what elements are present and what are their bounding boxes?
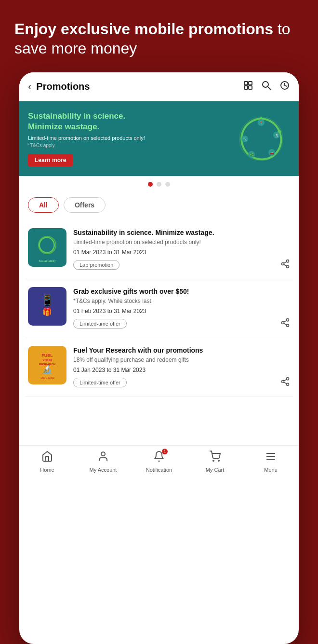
- carousel-dots: [19, 176, 299, 192]
- app-header: ‹ Promotions: [19, 72, 299, 101]
- promo-content-2: Grab exclusive gifts worth over $50! *T&…: [73, 287, 290, 330]
- account-icon: [97, 451, 109, 465]
- svg-rect-0: [244, 82, 248, 85]
- svg-line-26: [284, 264, 287, 266]
- promo-card-3[interactable]: FUEL YOUR RESEARCH 🔬 JAN - MAR Fuel Your…: [25, 338, 293, 397]
- nav-menu-label: Menu: [264, 467, 278, 473]
- promo-thumb-3: FUEL YOUR RESEARCH 🔬 JAN - MAR: [28, 346, 66, 384]
- filter-tab-all[interactable]: All: [28, 197, 59, 213]
- svg-text:🔧: 🔧: [243, 137, 247, 141]
- svg-point-43: [282, 380, 284, 383]
- share-button-2[interactable]: [280, 318, 290, 330]
- promo-desc-2: *T&Cs apply. While stocks last.: [73, 298, 290, 305]
- svg-text:♻️: ♻️: [250, 152, 254, 157]
- thumb-sustainability-icon: Sustainability: [30, 231, 64, 264]
- banner-subtitle: Limited-time promotion on selected produ…: [28, 135, 237, 141]
- svg-text:🔬: 🔬: [42, 364, 53, 375]
- nav-home[interactable]: Home: [19, 451, 75, 473]
- promo-footer-1: Lab promotion: [73, 259, 290, 271]
- expand-icon[interactable]: [243, 80, 253, 93]
- svg-line-45: [284, 382, 287, 384]
- menu-icon: [265, 451, 277, 465]
- thumb-gift-icon: 📱 🎁: [30, 289, 64, 323]
- svg-text:YOUR: YOUR: [42, 358, 52, 362]
- learn-more-button[interactable]: Learn more: [28, 154, 73, 166]
- promo-footer-3: Limited-time offer: [73, 377, 290, 389]
- thumb-fuel-icon: FUEL YOUR RESEARCH 🔬 JAN - MAR: [30, 348, 64, 382]
- promo-tag-1: Lab promotion: [73, 260, 119, 270]
- svg-point-48: [213, 460, 214, 461]
- promo-content-1: Sustainability in science. Minimize wast…: [73, 228, 290, 271]
- nav-account[interactable]: My Account: [75, 451, 131, 473]
- promo-card-2[interactable]: 📱 🎁 Grab exclusive gifts worth over $50!…: [25, 279, 293, 338]
- promo-footer-2: Limited-time offer: [73, 318, 290, 330]
- svg-line-46: [284, 379, 287, 381]
- hero-text: Enjoy exclusive mobile promotions to sav…: [10, 19, 308, 58]
- svg-point-24: [282, 262, 284, 265]
- svg-point-23: [287, 260, 289, 262]
- svg-line-34: [284, 323, 287, 325]
- svg-line-35: [284, 320, 287, 322]
- svg-line-27: [284, 261, 287, 263]
- svg-text:🔬: 🔬: [275, 133, 279, 137]
- svg-point-31: [287, 318, 289, 321]
- filter-tab-offers[interactable]: Offers: [64, 197, 106, 213]
- svg-point-25: [287, 265, 289, 268]
- svg-text:🚗: 🚗: [270, 151, 274, 155]
- promo-thumb-1: Sustainability: [28, 228, 66, 267]
- promo-card-1[interactable]: Sustainability Sustainability in science…: [25, 220, 293, 279]
- content-spacer: [19, 397, 299, 445]
- nav-notification-label: Notification: [146, 467, 172, 473]
- promo-banner: Sustainability in science. Minimize wast…: [19, 101, 299, 176]
- hero-bold: Enjoy exclusive mobile promotions: [14, 20, 273, 38]
- promo-title-1: Sustainability in science. Minimize wast…: [73, 228, 290, 237]
- page-title: Promotions: [36, 81, 243, 92]
- search-icon[interactable]: [261, 80, 272, 93]
- filter-tabs: All Offers: [19, 192, 299, 220]
- svg-line-5: [268, 87, 271, 90]
- notification-badge: 1: [162, 449, 168, 454]
- share-button-1[interactable]: [280, 259, 290, 271]
- banner-image: 📍 🔬 🚗 ♻️ 🔧: [237, 115, 290, 163]
- svg-rect-1: [249, 82, 252, 85]
- sustainability-icon: 📍 🔬 🚗 ♻️ 🔧: [237, 115, 285, 163]
- dot-3[interactable]: [165, 182, 170, 187]
- svg-text:FUEL: FUEL: [41, 353, 53, 358]
- promo-desc-3: 18% off qualifying purchase and redeem g…: [73, 356, 290, 364]
- svg-rect-2: [244, 86, 248, 89]
- nav-notification[interactable]: 1 Notification: [131, 451, 187, 473]
- promo-tag-3: Limited-time offer: [73, 378, 127, 387]
- promo-thumb-2: 📱 🎁: [28, 287, 66, 326]
- nav-cart[interactable]: My Cart: [187, 451, 243, 473]
- svg-text:Sustainability: Sustainability: [39, 260, 55, 262]
- banner-text-block: Sustainability in science. Minimize wast…: [28, 111, 237, 166]
- svg-point-32: [282, 321, 284, 324]
- svg-point-47: [101, 452, 105, 456]
- svg-point-33: [287, 324, 289, 327]
- dot-1[interactable]: [148, 182, 153, 187]
- svg-text:📱: 📱: [41, 294, 54, 307]
- bell-icon: 1: [153, 451, 165, 465]
- bottom-navigation: Home My Account 1 Notification: [19, 445, 299, 482]
- svg-text:🎁: 🎁: [42, 307, 52, 316]
- home-icon: [41, 451, 53, 465]
- dot-2[interactable]: [157, 182, 161, 187]
- back-button[interactable]: ‹: [28, 81, 31, 93]
- promo-content-3: Fuel Your Research with our promotions 1…: [73, 346, 290, 389]
- banner-title: Sustainability in science. Minimize wast…: [28, 111, 237, 132]
- promo-title-2: Grab exclusive gifts worth over $50!: [73, 287, 290, 296]
- promo-title-3: Fuel Your Research with our promotions: [73, 346, 290, 355]
- svg-point-49: [218, 460, 219, 461]
- share-button-3[interactable]: [280, 377, 290, 389]
- nav-menu[interactable]: Menu: [243, 451, 299, 473]
- svg-text:JAN - MAR: JAN - MAR: [40, 377, 55, 380]
- banner-tandc: *T&Cs apply.: [28, 143, 237, 148]
- svg-point-44: [287, 383, 289, 385]
- promo-date-3: 01 Jan 2023 to 31 Mar 2023: [73, 367, 290, 373]
- promo-date-2: 01 Feb 2023 to 31 Mar 2023: [73, 308, 290, 315]
- svg-point-42: [287, 377, 289, 380]
- nav-account-label: My Account: [90, 467, 117, 473]
- history-icon[interactable]: [279, 80, 290, 93]
- cart-icon: [209, 451, 221, 465]
- promo-tag-2: Limited-time offer: [73, 319, 127, 329]
